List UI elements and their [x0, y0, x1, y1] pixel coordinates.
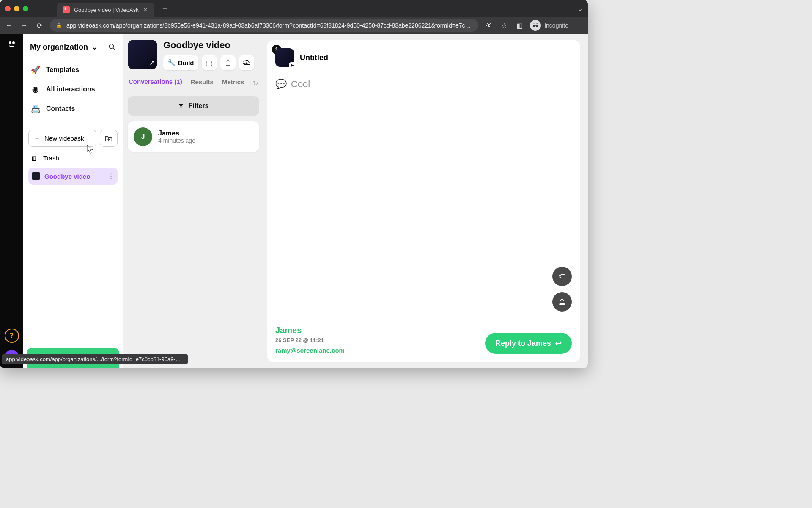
tab-metrics[interactable]: Metrics: [222, 78, 244, 88]
svg-point-1: [12, 41, 15, 44]
refresh-icon[interactable]: ↻: [253, 80, 258, 87]
right-column: 1 ▶ Untitled 💬 Cool 🏷: [264, 34, 588, 368]
filters-button[interactable]: Filters: [128, 96, 259, 116]
sidebar-item-trash[interactable]: 🗑 Trash: [28, 149, 118, 166]
video-thumb-icon: [32, 172, 40, 180]
filter-icon: [178, 103, 184, 109]
incognito-label: Incognito: [544, 22, 568, 29]
speech-icon: 💬: [275, 79, 287, 90]
avatar: J: [134, 127, 152, 146]
search-icon[interactable]: [108, 43, 116, 51]
respondent-info: James 26 SEP 22 @ 11:21 ramy@screenlane.…: [275, 326, 345, 354]
new-videoask-label: New videoask: [44, 135, 84, 142]
urlbar: ← → ⟳ 🔒 app.videoask.com/app/organizatio…: [0, 17, 588, 34]
incognito-icon: 🕶: [530, 20, 541, 31]
mid-column: ↗ Goodbye video 🔧 Build ⬚: [123, 34, 264, 368]
embed-button[interactable]: ⬚: [202, 55, 217, 70]
sidebar-item-templates[interactable]: 🚀 Templates: [28, 61, 118, 79]
form-tabs: Conversations (1) Results Metrics ↻: [128, 76, 259, 90]
build-button[interactable]: 🔧 Build: [163, 55, 198, 70]
app-shell: ? 1 My organization ⌄ 🚀 Templates ◉ All …: [0, 34, 588, 368]
browser-tab[interactable]: ▘ Goodbye video | VideoAsk ✕: [57, 3, 154, 17]
reply-icon: ↩: [555, 339, 562, 348]
new-folder-button[interactable]: [100, 130, 118, 147]
response-card: 1 ▶ Untitled 💬 Cool 🏷: [267, 40, 580, 362]
chevron-down-icon: ⌄: [91, 42, 98, 52]
step-title: Untitled: [300, 53, 328, 62]
conversation-more-icon[interactable]: ⋮: [247, 133, 253, 141]
play-icon: ▶: [289, 62, 296, 69]
more-icon[interactable]: ⋮: [108, 172, 114, 180]
svg-point-0: [9, 41, 11, 44]
eye-off-icon[interactable]: 👁: [484, 21, 494, 30]
window-minimize-icon[interactable]: [14, 6, 19, 11]
conversation-card[interactable]: J James 4 minutes ago ⋮: [128, 121, 259, 152]
status-bar: app.videoask.com/app/organizations/.../f…: [2, 354, 188, 364]
sidebar-item-label: All interactions: [46, 86, 95, 93]
contacts-icon: 📇: [31, 104, 40, 113]
rocket-icon: 🚀: [31, 65, 40, 75]
sidebar-item-goodbye-video[interactable]: Goodbye video ⋮: [28, 168, 118, 185]
respondent-date: 26 SEP 22 @ 11:21: [275, 337, 345, 343]
tabs-dropdown-icon[interactable]: ⌄: [577, 5, 583, 13]
sidebar-item-interactions[interactable]: ◉ All interactions: [28, 80, 118, 98]
forward-icon[interactable]: →: [19, 21, 29, 30]
svg-rect-6: [560, 304, 565, 305]
share-button[interactable]: [220, 55, 236, 70]
new-tab-button[interactable]: ＋: [161, 3, 169, 14]
export-button[interactable]: [552, 292, 572, 312]
tab-conversations[interactable]: Conversations (1): [129, 78, 182, 88]
star-icon[interactable]: ☆: [499, 21, 509, 30]
help-button[interactable]: ?: [5, 329, 19, 343]
kebab-menu-icon[interactable]: ⋮: [574, 21, 584, 30]
plus-icon: ＋: [34, 134, 40, 142]
step-thumbnail[interactable]: ▶: [275, 48, 294, 67]
tab-results[interactable]: Results: [191, 78, 214, 88]
tab-title: Goodbye video | VideoAsk: [74, 7, 139, 13]
folder-plus-icon: [104, 134, 113, 143]
reply-button[interactable]: Reply to James ↩: [485, 333, 572, 354]
share-icon: [225, 59, 231, 66]
sidebar-item-label: Templates: [46, 66, 79, 74]
trash-label: Trash: [43, 155, 59, 162]
active-video-label: Goodbye video: [44, 173, 90, 180]
response-message: 💬 Cool: [275, 79, 572, 90]
new-videoask-button[interactable]: ＋ New videoask: [28, 130, 96, 147]
incognito-badge[interactable]: 🕶 Incognito: [530, 20, 568, 31]
left-rail: ? 1: [0, 34, 23, 368]
logo-icon[interactable]: [7, 39, 17, 49]
tag-button[interactable]: 🏷: [552, 267, 572, 286]
reload-icon[interactable]: ⟳: [35, 21, 44, 30]
org-selector[interactable]: My organization ⌄: [28, 40, 118, 59]
respondent-name: James: [275, 326, 345, 335]
svg-point-2: [109, 44, 114, 49]
open-icon: ↗: [149, 59, 155, 67]
form-thumbnail[interactable]: ↗: [128, 40, 157, 69]
tag-icon: 🏷: [558, 272, 566, 281]
form-header: ↗ Goodbye video 🔧 Build ⬚: [128, 40, 259, 70]
back-icon[interactable]: ←: [4, 21, 14, 30]
url-field[interactable]: 🔒 app.videoask.com/app/organizations/8b9…: [50, 19, 478, 32]
titlebar: ▘ Goodbye video | VideoAsk ✕ ＋ ⌄: [0, 0, 588, 17]
sidebar-item-label: Contacts: [46, 105, 75, 113]
build-icon: 🔧: [167, 59, 176, 66]
window-close-icon[interactable]: [5, 6, 11, 11]
respondent-email[interactable]: ramy@screenlane.com: [275, 347, 345, 354]
panel-icon[interactable]: ◧: [515, 21, 524, 30]
close-tab-icon[interactable]: ✕: [143, 6, 148, 13]
sidebar: My organization ⌄ 🚀 Templates ◉ All inte…: [23, 34, 123, 368]
svg-line-3: [113, 48, 115, 50]
embed-icon: ⬚: [206, 59, 212, 67]
url-text: app.videoask.com/app/organizations/8b955…: [66, 22, 471, 29]
favicon-icon: ▘: [63, 6, 70, 13]
org-name: My organization: [30, 43, 88, 52]
trash-icon: 🗑: [31, 155, 37, 162]
sidebar-item-contacts[interactable]: 📇 Contacts: [28, 100, 118, 118]
export-icon: [558, 298, 566, 306]
conversation-name: James: [158, 130, 195, 137]
interactions-icon: ◉: [31, 85, 40, 94]
window-zoom-icon[interactable]: [23, 6, 28, 11]
lock-icon: 🔒: [56, 22, 62, 28]
download-button[interactable]: [239, 55, 254, 70]
browser-window: ▘ Goodbye video | VideoAsk ✕ ＋ ⌄ ← → ⟳ 🔒…: [0, 0, 588, 368]
